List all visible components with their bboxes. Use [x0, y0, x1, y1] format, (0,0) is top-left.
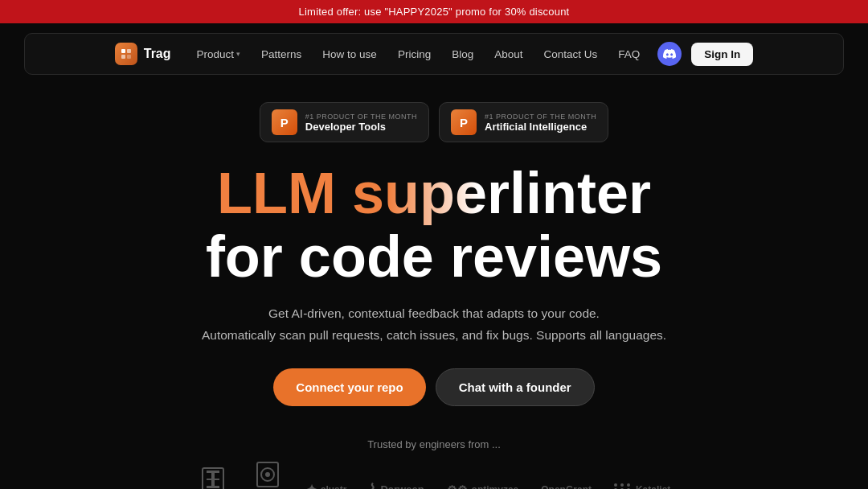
logo-text: Trag	[144, 47, 171, 61]
nav-pricing[interactable]: Pricing	[390, 43, 439, 65]
columbia-logo: ColumbiaUniversity	[198, 467, 230, 489]
logo-icon	[115, 43, 137, 65]
clustr-star-icon: ✦	[306, 482, 317, 489]
discord-icon[interactable]	[657, 42, 682, 66]
svg-rect-2	[121, 55, 125, 59]
badge-ai[interactable]: P #1 PRODUCT OF THE MONTH Artificial Int…	[439, 102, 608, 142]
optimyzee-icon: ⚙⚙	[447, 483, 468, 489]
svg-rect-1	[127, 49, 131, 53]
promo-text: Limited offer: use "HAPPY2025" promo for…	[299, 6, 570, 18]
nav-product[interactable]: Product ▾	[189, 43, 249, 65]
nav-how-to-use[interactable]: How to use	[314, 43, 385, 65]
main-content: P #1 PRODUCT OF THE MONTH Developer Tool…	[0, 84, 868, 489]
nav-faq[interactable]: FAQ	[610, 43, 648, 65]
svg-rect-3	[127, 55, 131, 59]
chat-founder-button[interactable]: Chat with a founder	[436, 368, 595, 406]
carnegie-mellon-logo: CarnegieMellonUniversity	[252, 462, 284, 489]
connect-repo-button[interactable]: Connect your repo	[273, 368, 425, 406]
katalist-logo: Katalist	[614, 483, 670, 489]
signin-button[interactable]: Sign In	[691, 43, 753, 66]
nav-logo[interactable]: Trag	[115, 43, 171, 65]
hero-subtitle: Get AI-driven, contextual feedback that …	[202, 303, 666, 346]
cta-buttons: Connect your repo Chat with a founder	[273, 368, 594, 406]
trusted-section: Trusted by engineers from ... ColumbiaUn…	[198, 438, 671, 489]
badge-developer-tools[interactable]: P #1 PRODUCT OF THE MONTH Developer Tool…	[260, 102, 429, 142]
svg-rect-0	[121, 49, 125, 53]
katalist-dots-icon	[614, 483, 632, 489]
darween-icon: ⌇	[369, 481, 376, 489]
navbar: Trag Product ▾ Patterns How to use Prici…	[24, 33, 844, 75]
carnegie-crest-icon	[256, 462, 279, 487]
nav-contact[interactable]: Contact Us	[535, 43, 605, 65]
nav-about[interactable]: About	[486, 43, 530, 65]
svg-rect-6	[207, 479, 219, 480]
ph-icon-1: P	[272, 109, 297, 135]
svg-point-9	[265, 472, 270, 477]
clustr-logo: ✦ clustr	[306, 482, 347, 489]
chevron-down-icon: ▾	[236, 50, 240, 58]
darween-logo: ⌇ Darween	[369, 481, 424, 489]
opengrant-logo: OpenGrant	[541, 484, 592, 489]
product-hunt-badges: P #1 PRODUCT OF THE MONTH Developer Tool…	[260, 102, 608, 142]
nav-blog[interactable]: Blog	[444, 43, 481, 65]
svg-rect-7	[207, 486, 219, 488]
trusted-label: Trusted by engineers from ...	[198, 438, 671, 450]
trusted-logos: ColumbiaUniversity CarnegieMellonUnivers…	[198, 462, 671, 489]
ph-icon-2: P	[451, 109, 477, 135]
optimyzee-logo: ⚙⚙ optimyzee	[447, 483, 519, 489]
columbia-crest-icon	[202, 467, 224, 489]
promo-banner: Limited offer: use "HAPPY2025" promo for…	[0, 0, 868, 23]
hero-heading: LLM superlinter for code reviews	[206, 162, 662, 289]
nav-patterns[interactable]: Patterns	[253, 43, 309, 65]
